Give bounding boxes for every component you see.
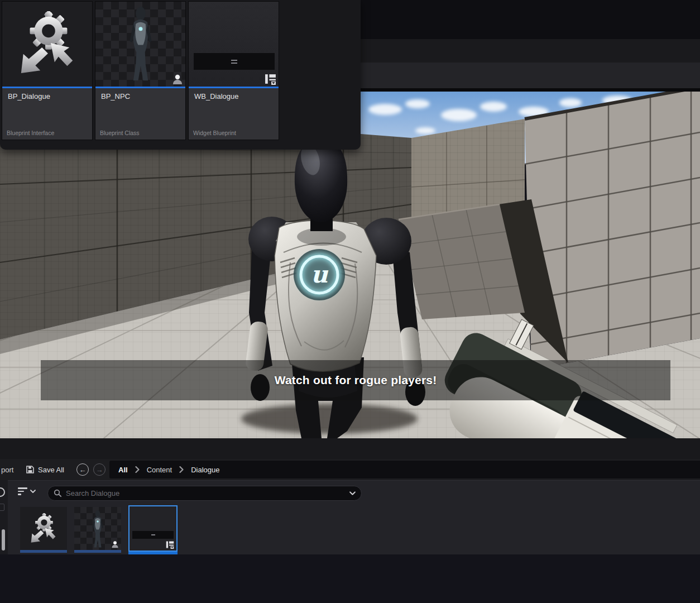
person-icon [111, 540, 119, 548]
clipped-side-panel [0, 480, 8, 554]
asset-name: BP_NPC [95, 88, 185, 100]
widget-blueprint-icon [166, 540, 174, 549]
npc-mannequin-figure [122, 6, 159, 85]
breadcrumb-content[interactable]: Content [147, 466, 172, 474]
asset-grid [0, 505, 700, 554]
search-icon [54, 489, 62, 497]
asset-preview-popup: BP_Dialogue Blueprint Interface BP_NPC B… [0, 0, 361, 150]
import-button[interactable]: port [1, 466, 16, 474]
widget-preview-bar [132, 531, 174, 539]
partial-button-icon [0, 504, 4, 511]
hud-message-band: Watch out for rogue players! [41, 360, 670, 400]
content-browser-empty-area [0, 554, 700, 603]
breadcrumb-chevron-icon [179, 466, 184, 473]
asset-name: WB_Dialogue [189, 88, 279, 100]
breadcrumb-all[interactable]: All [118, 466, 128, 474]
npc-mannequin-figure [88, 510, 107, 550]
save-all-button[interactable]: Save All [26, 465, 64, 474]
asset-type: Blueprint Interface [2, 130, 92, 140]
search-box[interactable] [47, 486, 362, 501]
navigate-back-button[interactable]: ← [76, 463, 89, 476]
chevron-down-icon [30, 490, 36, 493]
person-icon [172, 74, 183, 85]
search-input[interactable] [66, 489, 349, 497]
blueprint-interface-icon [28, 513, 59, 544]
wb-dialogue-thumbnail [189, 2, 279, 87]
widget-preview-bar [194, 53, 275, 70]
filter-icon [18, 487, 27, 495]
thumbnail-wb-dialogue-selected[interactable] [128, 505, 178, 552]
save-icon [26, 465, 35, 474]
search-dropdown-chevron-icon[interactable] [349, 491, 356, 495]
partial-search-icon [0, 487, 5, 497]
breadcrumb: All Content Dialogue [109, 461, 700, 478]
asset-color-underline [20, 550, 67, 553]
breadcrumb-chevron-icon [135, 466, 140, 473]
asset-type: Blueprint Class [95, 130, 185, 140]
asset-name: BP_Dialogue [2, 88, 92, 100]
thumbnail-bp-npc[interactable] [74, 507, 121, 550]
asset-card-bp-dialogue[interactable]: BP_Dialogue Blueprint Interface [2, 1, 93, 140]
asset-type: Widget Blueprint [189, 130, 279, 140]
navigate-forward-button[interactable]: → [93, 463, 106, 476]
bp-npc-thumbnail [95, 2, 185, 87]
svg-text:u: u [311, 261, 329, 288]
blueprint-interface-icon [15, 11, 80, 77]
hud-message-text: Watch out for rogue players! [275, 374, 437, 387]
asset-color-underline [74, 550, 121, 553]
breadcrumb-dialogue[interactable]: Dialogue [191, 466, 219, 474]
asset-card-bp-npc[interactable]: BP_NPC Blueprint Class [95, 1, 186, 140]
chest-emblem: u [294, 249, 345, 300]
asset-card-wb-dialogue[interactable]: WB_Dialogue Widget Blueprint [188, 1, 279, 140]
vertical-scrollbar-thumb[interactable] [2, 529, 5, 551]
thumbnail-bp-dialogue[interactable] [20, 507, 67, 550]
save-all-label: Save All [38, 466, 64, 474]
filters-button[interactable] [18, 487, 36, 495]
viewport-bottom-band [0, 438, 700, 459]
widget-blueprint-icon [265, 73, 276, 85]
bp-dialogue-thumbnail [2, 2, 92, 87]
